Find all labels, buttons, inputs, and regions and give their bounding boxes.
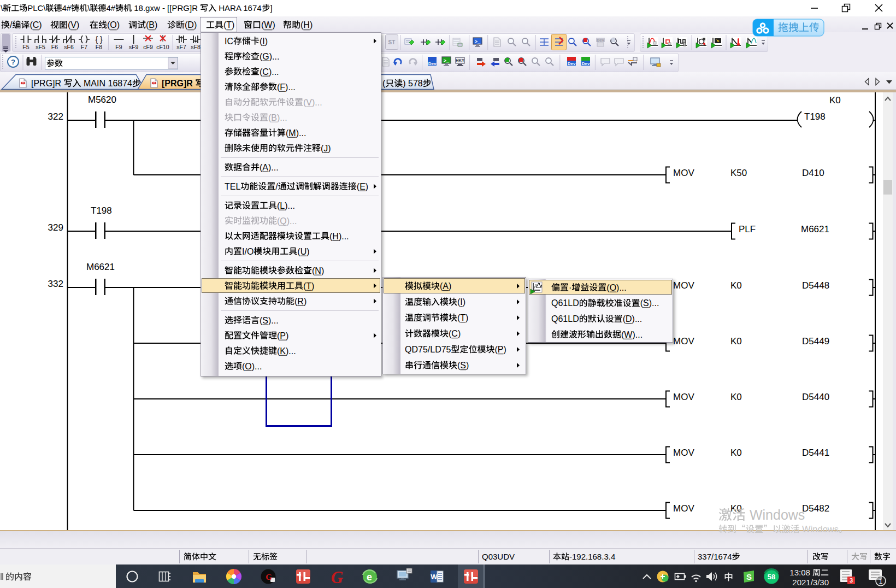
svg-text:(O)...: (O)...: [242, 362, 262, 371]
svg-text:(I): (I): [260, 37, 268, 46]
svg-text:(B)...: (B)...: [268, 113, 287, 122]
svg-text:I/O: I/O: [242, 247, 254, 256]
svg-text:(M)...: (M)...: [286, 128, 306, 138]
svg-text:(T): (T): [457, 313, 468, 322]
svg-text:(O)...: (O)...: [606, 283, 626, 292]
svg-text:(N): (N): [312, 266, 324, 275]
svg-text:(D)...: (D)...: [623, 314, 642, 324]
svg-text:(R): (R): [294, 297, 306, 306]
svg-text:(L)...: (L)...: [277, 201, 295, 210]
svg-text:(E): (E): [357, 182, 368, 191]
svg-text:(P): (P): [495, 345, 506, 354]
svg-text:QD75/LD75: QD75/LD75: [405, 345, 451, 354]
svg-text:(F)...: (F)...: [277, 83, 296, 92]
svg-text:(A)...: (A)...: [260, 163, 279, 172]
svg-text:(U): (U): [297, 247, 309, 256]
svg-text:(P): (P): [277, 331, 288, 340]
svg-text:Q61LD: Q61LD: [551, 298, 579, 308]
svg-text:/: /: [275, 182, 278, 191]
svg-text:(H)...: (H)...: [329, 232, 349, 241]
svg-text:(S): (S): [457, 361, 469, 370]
svg-text:(V)...: (V)...: [303, 98, 322, 107]
svg-text:(K)...: (K)...: [277, 346, 296, 356]
svg-text:IC: IC: [225, 37, 233, 46]
svg-text:(C)...: (C)...: [260, 67, 279, 77]
svg-text:(G)...: (G)...: [260, 52, 279, 61]
svg-text:Q61LD: Q61LD: [551, 314, 579, 324]
svg-text:(S)...: (S)...: [640, 298, 659, 308]
svg-text:·: ·: [569, 283, 571, 292]
svg-text:(S)...: (S)...: [260, 316, 279, 325]
svg-text:(W)...: (W)...: [621, 330, 642, 339]
svg-text:(A): (A): [440, 281, 451, 291]
svg-text:(J): (J): [321, 144, 331, 153]
svg-text:TEL: TEL: [225, 182, 240, 191]
svg-text:(I): (I): [457, 297, 465, 307]
svg-text:(Q)...: (Q)...: [277, 216, 297, 226]
svg-text:(C): (C): [449, 329, 461, 338]
svg-text:(T): (T): [303, 281, 314, 291]
